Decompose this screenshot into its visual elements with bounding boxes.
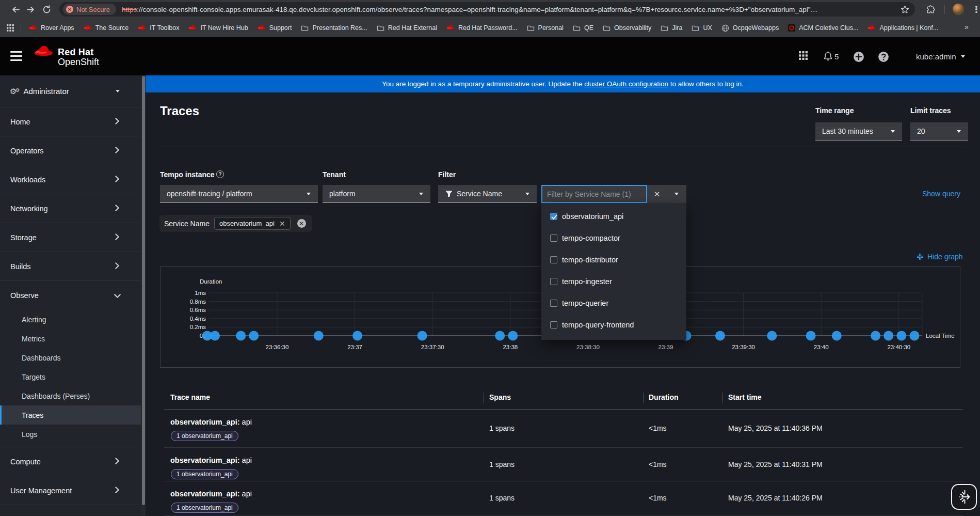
filter-option-tempo-ingester[interactable]: tempo-ingester (541, 271, 686, 292)
trace-point[interactable] (236, 331, 246, 341)
extensions-icon[interactable] (924, 3, 937, 16)
address-bar[interactable]: ✕ Not Secure https://console-openshift-c… (59, 2, 915, 17)
checkbox-icon[interactable] (550, 234, 557, 242)
sidebar-item-builds[interactable]: Builds (0, 252, 141, 281)
sidebar-item-targets[interactable]: Targets (0, 367, 141, 386)
sidebar-scrollbar[interactable] (141, 75, 146, 516)
trace-point[interactable] (883, 331, 893, 341)
time-range-select[interactable]: Last 30 minutes (815, 122, 902, 140)
chip-remove-icon[interactable]: ✕ (279, 220, 285, 227)
browser-profile-avatar[interactable] (953, 4, 964, 15)
sidebar-item-operators[interactable]: Operators (0, 136, 141, 165)
bookmark-item[interactable]: Red Hat Password... (446, 24, 518, 32)
filter-option-tempo-compactor[interactable]: tempo-compactor (541, 227, 686, 249)
trace-name-link[interactable]: observatorium_api: api (170, 456, 252, 464)
bookmark-item[interactable]: Jira (661, 24, 682, 32)
filter-option-tempo-distributor[interactable]: tempo-distributor (541, 249, 686, 271)
help-icon[interactable] (878, 51, 889, 65)
trace-point[interactable] (832, 331, 842, 341)
bookmark-item[interactable]: Red Hat External (377, 24, 437, 32)
trace-point[interactable] (806, 331, 816, 341)
sidebar-item-compute[interactable]: Compute (0, 447, 141, 476)
nav-toggle-icon[interactable] (10, 51, 22, 61)
not-secure-badge[interactable]: ✕ Not Secure (63, 4, 116, 15)
trace-point[interactable] (352, 331, 362, 341)
app-launcher-icon[interactable] (799, 51, 808, 62)
filter-option-tempo-query-frontend[interactable]: tempo-query-frontend (541, 314, 686, 336)
tenant-select[interactable]: platform (323, 185, 430, 203)
span-count-badge[interactable]: 1 observatorium_api (171, 503, 238, 513)
bookmark-item[interactable]: ACM Coletive Clus... (788, 24, 858, 32)
bookmark-item[interactable]: Applications | Konf... (867, 24, 938, 32)
column-header-trace-name[interactable]: Trace name (170, 393, 210, 401)
trace-point[interactable] (871, 331, 880, 341)
add-icon[interactable] (853, 51, 864, 65)
bookmark-item[interactable]: IT Toolbox (138, 24, 179, 32)
sidebar-item-dashboards[interactable]: Dashboards (0, 348, 141, 367)
perspective-switcher[interactable]: ⚙⚙ Administrator (0, 75, 141, 107)
trace-point[interactable] (417, 331, 427, 341)
notification-bell-icon[interactable] (823, 51, 833, 63)
bookmark-item[interactable]: Rover Apps (29, 24, 74, 32)
bookmark-item[interactable]: UX (692, 24, 712, 32)
sidebar-item-user-management[interactable]: User Management (0, 476, 141, 505)
trace-point[interactable] (909, 331, 919, 341)
trace-point[interactable] (896, 331, 906, 341)
trace-point[interactable] (249, 331, 259, 341)
checkbox-icon[interactable] (550, 256, 557, 263)
filter-caret-icon[interactable] (667, 185, 686, 203)
bookmark-item[interactable]: Support (258, 24, 292, 32)
sidebar-item-alerting[interactable]: Alerting (0, 310, 141, 329)
column-header-start-time[interactable]: Start time (728, 393, 762, 401)
trace-name-link[interactable]: observatorium_api: api (170, 490, 252, 498)
chip-group-clear-icon[interactable]: ✕ (297, 219, 306, 228)
span-count-badge[interactable]: 1 observatorium_api (171, 431, 238, 441)
sidebar-item-workloads[interactable]: Workloads (0, 165, 141, 194)
forward-icon[interactable] (24, 3, 37, 16)
show-query-link[interactable]: Show query (922, 190, 960, 198)
span-count-badge[interactable]: 1 observatorium_api (171, 469, 238, 479)
bookmarks-overflow-icon[interactable]: » (965, 23, 968, 31)
sidebar-item-logs[interactable]: Logs (0, 425, 141, 444)
sidebar-scrollbar-thumb[interactable] (142, 76, 145, 505)
filter-typeahead-input[interactable] (541, 185, 647, 203)
bookmark-item[interactable]: Presentation Res... (301, 24, 367, 32)
filter-attribute-select[interactable]: Service Name (438, 185, 537, 203)
filter-clear-icon[interactable]: ✕ (647, 185, 667, 203)
filter-option-tempo-querier[interactable]: tempo-querier (541, 292, 686, 314)
bookmark-item[interactable]: Personal (527, 24, 564, 32)
sidebar-item-home[interactable]: Home (0, 107, 141, 136)
hide-graph-link[interactable]: Hide graph (917, 253, 963, 261)
oauth-config-link[interactable]: cluster OAuth configuration (584, 80, 668, 88)
trace-point[interactable] (495, 331, 505, 341)
bookmark-item[interactable]: The Source (84, 24, 129, 32)
sidebar-item-metrics[interactable]: Metrics (0, 329, 141, 348)
trace-point[interactable] (767, 331, 777, 341)
bookmark-item[interactable]: Observability (603, 24, 651, 32)
checkbox-icon[interactable] (550, 321, 557, 329)
tempo-help-icon[interactable]: ? (216, 170, 224, 178)
bookmark-star-icon[interactable] (898, 3, 911, 16)
trace-point[interactable] (715, 331, 725, 341)
lightspeed-button[interactable] (951, 484, 977, 510)
sidebar-item-storage[interactable]: Storage (0, 223, 141, 252)
browser-menu-icon[interactable] (973, 5, 979, 14)
bookmark-item[interactable]: IT New Hire Hub (188, 24, 248, 32)
bookmark-item[interactable]: QE (573, 24, 593, 32)
filter-option-observatorium-api[interactable]: observatorium_api (541, 206, 686, 227)
limit-traces-select[interactable]: 20 (910, 122, 968, 140)
sidebar-item-networking[interactable]: Networking (0, 194, 141, 223)
sidebar-item-traces[interactable]: Traces (0, 405, 141, 425)
back-icon[interactable] (9, 3, 22, 16)
trace-name-link[interactable]: observatorium_api: api (170, 418, 252, 426)
trace-point[interactable] (314, 331, 324, 341)
trace-point[interactable] (210, 331, 220, 341)
reload-icon[interactable] (40, 3, 53, 16)
sidebar-item-observe[interactable]: Observe (0, 281, 141, 310)
checkbox-icon[interactable] (550, 278, 557, 285)
checkbox-checked-icon[interactable] (550, 213, 557, 220)
trace-point[interactable] (508, 331, 518, 341)
bookmark-item[interactable]: OcpqeWebapps (721, 24, 779, 32)
checkbox-icon[interactable] (550, 300, 557, 307)
column-header-duration[interactable]: Duration (649, 393, 679, 401)
